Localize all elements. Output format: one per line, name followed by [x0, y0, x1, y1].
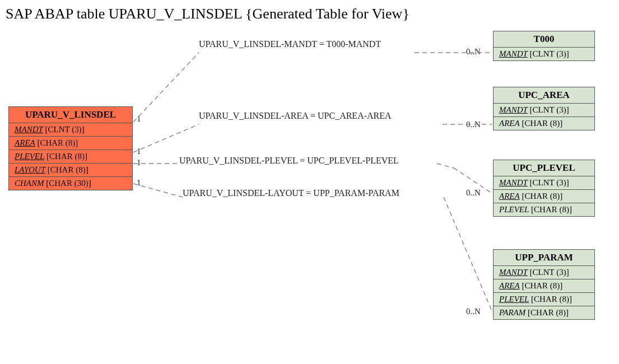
entity-main-field: MANDT [CLNT (3)] — [9, 123, 132, 137]
entity-header: UPC_AREA — [494, 87, 594, 104]
cardinality-right: 0..N — [466, 47, 481, 57]
entity-upc-area: UPC_AREA MANDT [CLNT (3)] AREA [CHAR (8)… — [493, 87, 595, 130]
entity-field: AREA [CHAR (8)] — [494, 190, 594, 203]
cardinality-right: 0..N — [466, 188, 481, 198]
entity-main: UPARU_V_LINSDEL MANDT [CLNT (3)] AREA [C… — [8, 106, 133, 190]
relation-label: UPARU_V_LINSDEL-MANDT = T000-MANDT — [199, 39, 381, 49]
entity-header: UPP_PARAM — [494, 250, 594, 266]
entity-field: PLEVEL [CHAR (8)] — [494, 293, 594, 306]
svg-line-2 — [133, 124, 199, 152]
entity-header: UPC_PLEVEL — [494, 160, 594, 176]
relation-label: UPARU_V_LINSDEL-PLEVEL = UPC_PLEVEL-PLEV… — [179, 156, 399, 166]
entity-field: AREA [CHAR (8)] — [494, 117, 594, 130]
cardinality-left: 1 — [137, 158, 141, 167]
cardinality-right: 0..N — [466, 307, 481, 316]
svg-line-5 — [437, 164, 454, 168]
entity-field: AREA [CHAR (8)] — [494, 279, 594, 293]
relation-label: UPARU_V_LINSDEL-AREA = UPC_AREA-AREA — [199, 111, 392, 121]
entity-main-field: LAYOUT [CHAR (8)] — [9, 164, 132, 177]
entity-main-field: CHANM [CHAR (30)] — [9, 177, 132, 190]
entity-t000: T000 MANDT [CLNT (3)] — [493, 31, 595, 61]
entity-upc-plevel: UPC_PLEVEL MANDT [CLNT (3)] AREA [CHAR (… — [493, 160, 595, 217]
entity-field: MANDT [CLNT (3)] — [494, 176, 594, 190]
entity-main-field: PLEVEL [CHAR (8)] — [9, 150, 132, 164]
relation-label: UPARU_V_LINSDEL-LAYOUT = UPP_PARAM-PARAM — [183, 188, 399, 198]
entity-field: MANDT [CLNT (3)] — [494, 104, 594, 117]
cardinality-right: 0..N — [466, 120, 481, 129]
entity-header: T000 — [494, 31, 594, 48]
entity-main-header: UPARU_V_LINSDEL — [9, 107, 132, 123]
page-title: SAP ABAP table UPARU_V_LINSDEL {Generate… — [6, 6, 409, 22]
entity-field: PARAM [CHAR (8)] — [494, 306, 594, 319]
entity-main-field: AREA [CHAR (8)] — [9, 137, 132, 150]
entity-field: PLEVEL [CHAR (8)] — [494, 203, 594, 216]
cardinality-left: 1 — [137, 147, 141, 156]
svg-line-8 — [444, 197, 492, 311]
entity-field: MANDT [CLNT (3)] — [494, 48, 594, 60]
cardinality-left: 1 — [137, 178, 141, 188]
svg-line-0 — [133, 53, 199, 122]
entity-upp-param: UPP_PARAM MANDT [CLNT (3)] AREA [CHAR (8… — [493, 249, 595, 320]
cardinality-left: 1 — [137, 114, 141, 124]
entity-field: MANDT [CLNT (3)] — [494, 266, 594, 279]
